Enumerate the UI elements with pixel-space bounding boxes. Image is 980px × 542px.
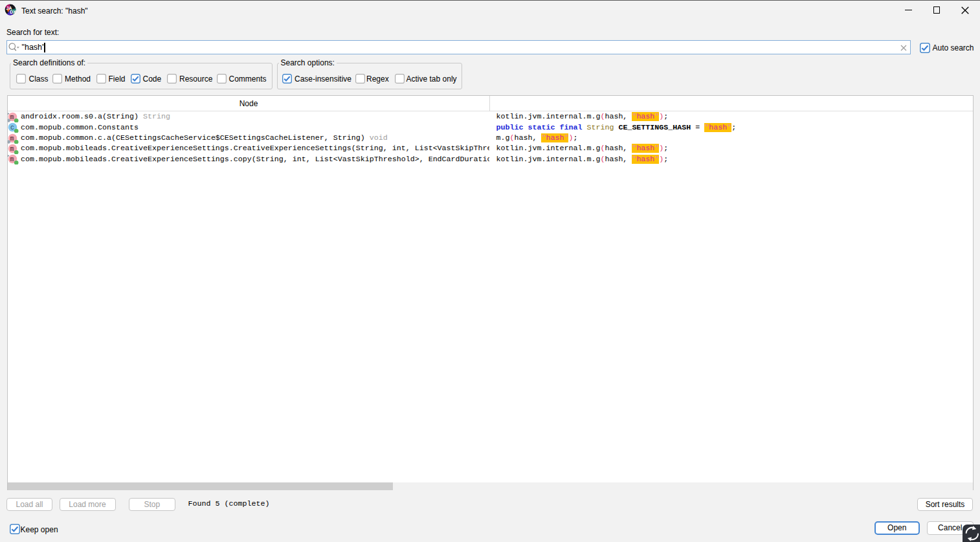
svg-text:m: m bbox=[10, 156, 14, 163]
svg-text:c: c bbox=[10, 124, 14, 131]
svg-text:DX: DX bbox=[10, 10, 16, 14]
svg-text:m: m bbox=[10, 114, 14, 121]
svg-text:m: m bbox=[10, 146, 14, 153]
svg-text:m: m bbox=[10, 135, 14, 142]
